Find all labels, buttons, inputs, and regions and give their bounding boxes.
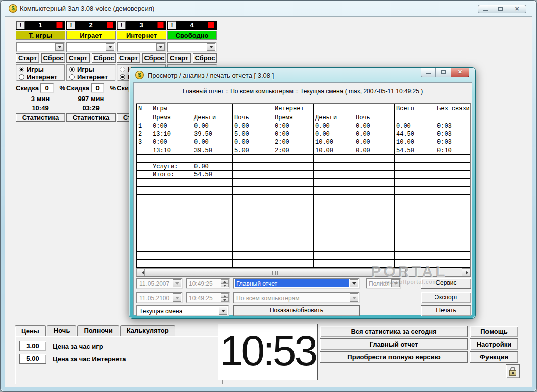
service-button[interactable]: Сервис — [421, 278, 471, 289]
report-type-combobox[interactable]: Главный отчет — [233, 278, 360, 289]
report-cell — [435, 252, 471, 260]
report-cell: 0.00 — [354, 122, 395, 130]
report-cell — [137, 113, 151, 122]
reset-button[interactable]: Сброс — [142, 53, 166, 63]
shift-combobox[interactable]: Текущая смена — [136, 305, 229, 316]
scrollbar-thumb[interactable] — [145, 268, 406, 276]
buy-full-version-button[interactable]: Приобрести полную версию — [320, 351, 468, 363]
report-cell: 39.50 — [192, 130, 233, 138]
statistics-button[interactable]: Статистика — [16, 113, 65, 122]
client-combobox[interactable] — [66, 42, 116, 52]
report-cell — [137, 235, 151, 243]
close-button[interactable]: ✕ — [508, 5, 526, 13]
report-cell: 0:00 — [273, 122, 314, 130]
report-cell: 0.00 — [354, 130, 395, 138]
close-icon: ✕ — [451, 68, 469, 77]
client-combobox[interactable] — [117, 42, 166, 52]
radio-games[interactable]: Игры — [19, 66, 62, 73]
refresh-button[interactable]: Показать/обновить — [233, 305, 360, 316]
chevron-down-icon — [55, 43, 64, 51]
detail-value: Полная — [369, 280, 390, 288]
reset-button[interactable]: Сброс — [92, 53, 116, 63]
radio-games[interactable]: Игры — [69, 66, 113, 73]
report-cell — [192, 155, 233, 163]
detail-combobox[interactable]: Полная — [366, 278, 401, 289]
start-button[interactable]: Старт — [16, 53, 39, 63]
report-row — [137, 252, 471, 260]
power-indicator[interactable] — [56, 22, 63, 28]
report-cell: 3 — [137, 138, 151, 146]
price-tabs: Цены Ночь Полночи Калькулятор — [15, 325, 176, 336]
power-indicator[interactable] — [208, 22, 214, 28]
report-cell: 0:10 — [435, 146, 471, 155]
help-button[interactable]: Помощь — [470, 326, 518, 337]
statistics-button[interactable]: Статистика — [66, 113, 116, 122]
start-button[interactable]: Старт — [66, 53, 90, 63]
scroll-right-icon[interactable] — [462, 268, 470, 276]
report-cell — [151, 203, 192, 211]
report-cell — [137, 219, 151, 227]
report-cell — [192, 252, 233, 260]
dialog-maximize-button[interactable] — [436, 68, 451, 77]
minimize-icon — [483, 10, 488, 11]
export-button[interactable]: Экспорт — [421, 292, 471, 303]
report-cell: 0:03 — [435, 138, 471, 146]
report-cell — [273, 187, 314, 195]
minutes-counter: 3 мин — [16, 95, 65, 103]
report-cell — [435, 163, 471, 171]
all-statistics-button[interactable]: Вся статистика за сегодня — [320, 326, 468, 337]
function-button[interactable]: Функция — [470, 351, 518, 363]
reset-button[interactable]: Сброс — [193, 53, 217, 63]
radio-icon — [69, 67, 75, 72]
settings-button[interactable]: Настройки — [470, 338, 518, 350]
start-button[interactable]: Старт — [117, 53, 140, 63]
report-cell — [137, 243, 151, 252]
discount-label: Скидка — [66, 84, 89, 92]
report-cell — [233, 252, 273, 260]
power-indicator[interactable] — [157, 22, 164, 28]
client-combobox[interactable] — [16, 42, 65, 52]
power-indicator[interactable] — [107, 22, 113, 28]
maximize-button[interactable] — [493, 5, 508, 13]
price-games-input[interactable]: 3.00 — [19, 341, 46, 351]
discount-input[interactable]: 0 — [91, 83, 104, 93]
scroll-left-icon[interactable] — [136, 268, 145, 276]
horizontal-scrollbar[interactable] — [136, 268, 470, 276]
report-cell — [314, 155, 354, 163]
report-cell: 54.50 — [192, 171, 233, 179]
date-to-picker[interactable]: 11.05.2100 — [136, 292, 183, 303]
report-cell — [151, 252, 192, 260]
report-cell — [395, 252, 435, 260]
client-combobox[interactable] — [167, 42, 217, 52]
report-cell — [354, 155, 395, 163]
report-cell — [314, 179, 354, 187]
print-button[interactable]: Печать — [421, 305, 471, 316]
tab-night[interactable]: Ночь — [47, 325, 77, 336]
lock-button[interactable] — [506, 364, 520, 378]
dialog-minimize-button[interactable] — [421, 68, 436, 77]
report-cell: 5.00 — [233, 130, 273, 138]
main-report-button[interactable]: Главный отчет — [320, 338, 468, 350]
tab-prices[interactable]: Цены — [15, 325, 46, 336]
price-internet-input[interactable]: 5.00 — [19, 354, 46, 364]
chevron-down-icon — [173, 279, 181, 287]
discount-input[interactable]: 0 — [40, 83, 54, 93]
tab-calculator[interactable]: Калькулятор — [120, 325, 175, 336]
date-from-picker[interactable]: 11.05.2007 — [136, 278, 183, 289]
reset-button[interactable]: Сброс — [41, 53, 65, 63]
tab-midnight[interactable]: Полночи — [77, 325, 119, 336]
report-cell — [151, 187, 192, 195]
report-cell — [354, 227, 395, 235]
radio-icon — [19, 67, 24, 72]
radio-internet[interactable]: Интернет — [69, 73, 113, 81]
time-from-spinner[interactable]: 10:49:25 — [186, 278, 230, 289]
report-cell — [192, 260, 233, 268]
report-cell — [354, 179, 395, 187]
start-button[interactable]: Старт — [167, 53, 191, 63]
minimize-button[interactable] — [478, 5, 493, 13]
report-row: 13:1039.505.002:0010.000.0054.500:10 — [137, 146, 471, 155]
time-to-spinner[interactable]: 10:49:25 — [186, 292, 230, 303]
computers-scope-combobox[interactable]: По всем компьютерам — [233, 292, 360, 303]
dialog-close-button[interactable]: ✕ — [451, 68, 469, 77]
radio-internet[interactable]: Интернет — [19, 73, 62, 81]
